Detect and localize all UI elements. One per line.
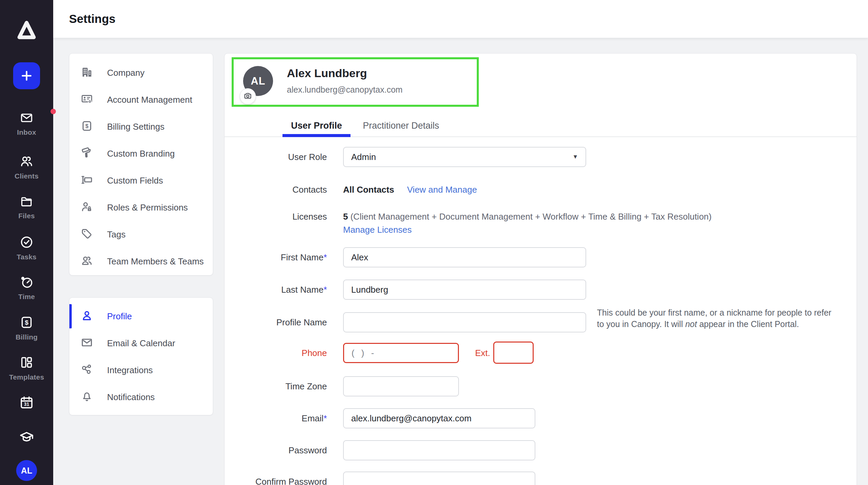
layout-icon	[20, 355, 34, 369]
user-role-label: User Role	[224, 147, 327, 167]
sidebar-item-inbox[interactable]: Inbox	[0, 111, 53, 137]
sidebar-item-templates[interactable]: Templates	[0, 355, 53, 381]
sidebar-item-clients[interactable]: Clients	[0, 154, 53, 180]
first-name-field[interactable]	[343, 247, 586, 267]
inbox-notification-dot	[51, 109, 56, 114]
bell-icon	[81, 390, 93, 404]
sidebar-item-label: Billing	[16, 333, 38, 341]
profile-name-helper-text: This could be your first name, or a nick…	[597, 307, 856, 330]
profile-header-highlight: AL Alex Lundberg alex.lundberg@canopytax…	[231, 57, 479, 107]
licenses-summary: 5 (Client Management + Document Manageme…	[343, 210, 711, 223]
sidebar-item-time[interactable]: Time	[0, 275, 53, 301]
dollar-square-icon: $	[81, 120, 93, 133]
time-zone-label: Time Zone	[224, 376, 327, 396]
time-zone-field[interactable]	[343, 376, 459, 396]
settings-nav-notifications[interactable]: Notifications	[69, 384, 213, 411]
settings-nav-billing-settings[interactable]: $ Billing Settings	[69, 113, 213, 140]
profile-tabs: User Profile Practitioner Details	[224, 115, 857, 137]
text-field-icon	[81, 174, 93, 187]
phone-label: Phone	[224, 343, 327, 363]
calendar-31-icon: 31	[19, 395, 34, 410]
people-icon	[81, 254, 93, 268]
user-role-select[interactable]: Admin ▼	[343, 147, 586, 167]
settings-nav-label: Tags	[107, 230, 126, 240]
sidebar-item-learning[interactable]	[0, 430, 53, 445]
settings-nav-label: Profile	[107, 311, 132, 322]
settings-nav-account-management[interactable]: Account Management	[69, 86, 213, 113]
sidebar-item-calendar[interactable]: 31	[0, 395, 53, 410]
settings-nav-label: Company	[107, 68, 145, 78]
first-name-label: First Name*	[224, 247, 327, 267]
profile-email: alex.lundberg@canopytax.com	[287, 85, 403, 95]
folder-icon	[19, 195, 34, 208]
person-icon	[81, 309, 93, 323]
password-label: Password	[224, 440, 327, 460]
settings-nav-roles-permissions[interactable]: Roles & Permissions	[69, 194, 213, 221]
manage-licenses-link[interactable]: Manage Licenses	[343, 223, 412, 237]
contacts-value: All Contacts	[343, 183, 394, 196]
settings-nav-group-2: Profile Email & Calendar Integrations	[69, 297, 213, 415]
phone-ext-label: Ext.	[475, 343, 490, 363]
sidebar-item-label: Time	[18, 293, 35, 301]
sidebar-item-tasks[interactable]: Tasks	[0, 235, 53, 261]
settings-nav-custom-branding[interactable]: Custom Branding	[69, 140, 213, 167]
settings-nav-group-1: Company Account Management $	[69, 53, 213, 275]
settings-nav-team-members[interactable]: Team Members & Teams	[69, 248, 213, 275]
canopy-logo-icon	[16, 20, 38, 40]
settings-nav-company[interactable]: Company	[69, 59, 213, 86]
building-icon	[81, 66, 93, 80]
tab-user-profile[interactable]: User Profile	[282, 115, 350, 137]
chevron-down-icon: ▼	[572, 148, 578, 166]
email-label: Email*	[224, 408, 327, 428]
view-and-manage-link[interactable]: View and Manage	[407, 183, 477, 196]
camera-icon	[243, 91, 252, 101]
sidebar-item-label: Inbox	[17, 128, 36, 137]
user-avatar-sidebar[interactable]: AL	[16, 460, 37, 481]
licenses-count: 5	[343, 212, 348, 222]
settings-nav-email-calendar[interactable]: Email & Calendar	[69, 330, 213, 357]
phone-field[interactable]	[343, 343, 459, 363]
tab-practitioner-details[interactable]: Practitioner Details	[359, 115, 443, 137]
page-title: Settings	[69, 0, 116, 38]
settings-nav-label: Email & Calendar	[107, 338, 175, 348]
last-name-field[interactable]	[343, 279, 586, 300]
app-sidebar: Inbox Clients Files	[0, 0, 53, 485]
canopy-settings-screen: Inbox Clients Files	[0, 0, 868, 485]
global-add-button[interactable]	[13, 62, 40, 89]
profile-name: Alex Lundberg	[287, 67, 367, 80]
sidebar-item-label: Files	[19, 212, 35, 220]
settings-nav-label: Custom Branding	[107, 149, 175, 159]
timer-icon	[20, 275, 34, 289]
settings-nav-custom-fields[interactable]: Custom Fields	[69, 167, 213, 194]
contacts-label: Contacts	[224, 183, 327, 196]
confirm-password-label: Confirm Password	[224, 472, 327, 485]
sidebar-item-billing[interactable]: $ Billing	[0, 315, 53, 341]
sidebar-item-files[interactable]: Files	[0, 195, 53, 220]
last-name-label: Last Name*	[224, 279, 327, 300]
settings-nav-tags[interactable]: Tags	[69, 221, 213, 248]
settings-nav-profile[interactable]: Profile	[69, 303, 213, 330]
svg-text:31: 31	[24, 402, 29, 407]
email-field[interactable]	[343, 408, 535, 428]
change-photo-button[interactable]	[240, 88, 256, 104]
licenses-label: Licenses	[224, 210, 327, 223]
inbox-icon	[20, 111, 34, 125]
sidebar-item-label: Tasks	[17, 253, 37, 261]
confirm-password-field[interactable]	[343, 472, 535, 485]
required-mark: *	[323, 284, 327, 295]
topbar: Settings	[53, 0, 868, 38]
settings-nav-integrations[interactable]: Integrations	[69, 357, 213, 384]
user-role-value: Admin	[351, 148, 376, 166]
profile-name-field[interactable]	[343, 312, 586, 332]
phone-ext-field[interactable]	[493, 341, 534, 364]
settings-nav-label: Account Management	[107, 95, 192, 105]
password-field[interactable]	[343, 440, 535, 460]
person-lock-icon	[81, 201, 93, 214]
required-mark: *	[323, 413, 327, 423]
envelope-icon	[81, 336, 93, 350]
settings-nav-label: Roles & Permissions	[107, 203, 188, 213]
profile-name-label: Profile Name	[224, 312, 327, 332]
settings-nav-label: Integrations	[107, 365, 153, 375]
dollar-square-icon: $	[20, 315, 34, 329]
tag-icon	[81, 228, 93, 241]
